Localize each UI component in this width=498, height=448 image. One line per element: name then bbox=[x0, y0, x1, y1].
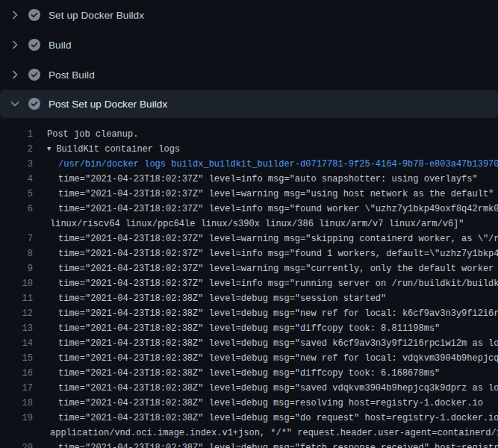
line-number bbox=[0, 217, 33, 231]
log-text: time="2021-04-23T18:02:38Z" level=debug … bbox=[58, 396, 483, 411]
line-number[interactable]: 11 bbox=[0, 291, 33, 306]
log-text: time="2021-04-23T18:02:38Z" level=debug … bbox=[58, 321, 440, 336]
log-text: application/vnd.oci.image.index.v1+json,… bbox=[50, 426, 498, 441]
line-number[interactable]: 6 bbox=[0, 202, 33, 217]
log-viewer: 1 Post job cleanup. 2 ▼BuildKit containe… bbox=[0, 118, 498, 448]
log-line: 16 time="2021-04-23T18:02:38Z" level=deb… bbox=[0, 366, 498, 381]
log-line: 9 time="2021-04-23T18:02:37Z" level=warn… bbox=[0, 261, 498, 276]
log-text: time="2021-04-23T18:02:37Z" level=info m… bbox=[58, 202, 498, 217]
log-text: time="2021-04-23T18:02:38Z" level=debug … bbox=[58, 336, 498, 351]
line-number[interactable]: 7 bbox=[0, 231, 33, 246]
line-number[interactable]: 20 bbox=[0, 441, 33, 448]
log-line: 1 Post job cleanup. bbox=[0, 127, 498, 142]
line-number bbox=[0, 426, 33, 441]
step-row-post-build[interactable]: Post Build bbox=[0, 60, 498, 90]
line-number[interactable]: 18 bbox=[0, 396, 33, 411]
log-line: 6 time="2021-04-23T18:02:37Z" level=info… bbox=[0, 202, 498, 217]
log-line: linux/riscv64 linux/ppc64le linux/s390x … bbox=[0, 217, 498, 231]
chevron-down-icon bbox=[9, 98, 21, 110]
chevron-right-icon bbox=[9, 69, 21, 81]
step-label: Set up Docker Buildx bbox=[49, 10, 144, 21]
check-circle-icon bbox=[28, 39, 40, 51]
check-circle-icon bbox=[28, 98, 40, 110]
line-number[interactable]: 16 bbox=[0, 366, 33, 381]
log-line: 12 time="2021-04-23T18:02:38Z" level=deb… bbox=[0, 306, 498, 321]
log-text: time="2021-04-23T18:02:38Z" level=debug … bbox=[58, 411, 498, 426]
log-line: 19 time="2021-04-23T18:02:38Z" level=deb… bbox=[0, 411, 498, 426]
log-line: 7 time="2021-04-23T18:02:37Z" level=warn… bbox=[0, 231, 498, 246]
log-text: linux/riscv64 linux/ppc64le linux/s390x … bbox=[50, 217, 464, 231]
log-text: time="2021-04-23T18:02:37Z" level=warnin… bbox=[58, 231, 498, 246]
log-line: 8 time="2021-04-23T18:02:37Z" level=info… bbox=[0, 246, 498, 261]
line-number[interactable]: 13 bbox=[0, 321, 33, 336]
line-number[interactable]: 3 bbox=[0, 157, 33, 172]
line-number[interactable]: 2 bbox=[0, 142, 33, 157]
line-number[interactable]: 17 bbox=[0, 381, 33, 396]
log-text: time="2021-04-23T18:02:37Z" level=warnin… bbox=[58, 261, 498, 276]
step-label: Post Set up Docker Buildx bbox=[49, 99, 167, 110]
log-text: Post job cleanup. bbox=[47, 127, 138, 142]
line-number[interactable]: 9 bbox=[0, 261, 33, 276]
line-number[interactable]: 4 bbox=[0, 172, 33, 187]
log-line: 3 /usr/bin/docker logs buildx_buildkit_b… bbox=[0, 157, 498, 172]
line-number[interactable]: 8 bbox=[0, 246, 33, 261]
line-number[interactable]: 12 bbox=[0, 306, 33, 321]
line-number[interactable]: 15 bbox=[0, 351, 33, 366]
group-header-text[interactable]: ▼BuildKit container logs bbox=[47, 142, 180, 157]
step-row-set-up-docker-buildx[interactable]: Set up Docker Buildx bbox=[0, 0, 498, 30]
log-text: time="2021-04-23T18:02:38Z" level=debug … bbox=[58, 441, 498, 448]
line-number[interactable]: 10 bbox=[0, 276, 33, 291]
log-line: application/vnd.oci.image.index.v1+json,… bbox=[0, 426, 498, 441]
chevron-right-icon bbox=[9, 9, 21, 21]
log-line: 10 time="2021-04-23T18:02:37Z" level=inf… bbox=[0, 276, 498, 291]
line-number[interactable]: 14 bbox=[0, 336, 33, 351]
log-line: 17 time="2021-04-23T18:02:38Z" level=deb… bbox=[0, 381, 498, 396]
log-line: 14 time="2021-04-23T18:02:38Z" level=deb… bbox=[0, 336, 498, 351]
step-label: Post Build bbox=[49, 69, 95, 81]
command-text: /usr/bin/docker logs buildx_buildkit_bui… bbox=[58, 157, 498, 172]
log-text: time="2021-04-23T18:02:38Z" level=debug … bbox=[58, 291, 386, 306]
log-text: time="2021-04-23T18:02:38Z" level=debug … bbox=[58, 381, 498, 396]
log-text: time="2021-04-23T18:02:38Z" level=debug … bbox=[58, 366, 440, 381]
step-label: Build bbox=[49, 40, 72, 51]
log-text: time="2021-04-23T18:02:37Z" level=info m… bbox=[58, 276, 498, 291]
steps-list: Set up Docker Buildx Build Post Buil bbox=[0, 0, 498, 118]
line-number[interactable]: 19 bbox=[0, 411, 33, 426]
chevron-right-icon bbox=[9, 39, 21, 51]
log-line: 15 time="2021-04-23T18:02:38Z" level=deb… bbox=[0, 351, 498, 366]
log-text: time="2021-04-23T18:02:37Z" level=info m… bbox=[58, 172, 478, 187]
log-line: 11 time="2021-04-23T18:02:38Z" level=deb… bbox=[0, 291, 498, 306]
log-line: 4 time="2021-04-23T18:02:37Z" level=info… bbox=[0, 172, 498, 187]
log-line: 2 ▼BuildKit container logs bbox=[0, 142, 498, 157]
log-line: 18 time="2021-04-23T18:02:38Z" level=deb… bbox=[0, 396, 498, 411]
log-text: time="2021-04-23T18:02:37Z" level=warnin… bbox=[58, 187, 494, 202]
check-circle-icon bbox=[28, 9, 40, 21]
log-line: 5 time="2021-04-23T18:02:37Z" level=warn… bbox=[0, 187, 498, 202]
line-number[interactable]: 1 bbox=[0, 127, 33, 142]
log-line: 13 time="2021-04-23T18:02:38Z" level=deb… bbox=[0, 321, 498, 336]
group-toggle-icon[interactable]: ▼ bbox=[47, 142, 51, 157]
log-text: time="2021-04-23T18:02:37Z" level=info m… bbox=[58, 246, 498, 261]
line-number[interactable]: 5 bbox=[0, 187, 33, 202]
step-row-build[interactable]: Build bbox=[0, 30, 498, 60]
log-line: 20 time="2021-04-23T18:02:38Z" level=deb… bbox=[0, 441, 498, 448]
step-row-post-set-up-docker-buildx[interactable]: Post Set up Docker Buildx bbox=[0, 90, 498, 118]
log-text: time="2021-04-23T18:02:38Z" level=debug … bbox=[58, 351, 498, 366]
log-text: time="2021-04-23T18:02:38Z" level=debug … bbox=[58, 306, 498, 321]
check-circle-icon bbox=[28, 69, 40, 81]
